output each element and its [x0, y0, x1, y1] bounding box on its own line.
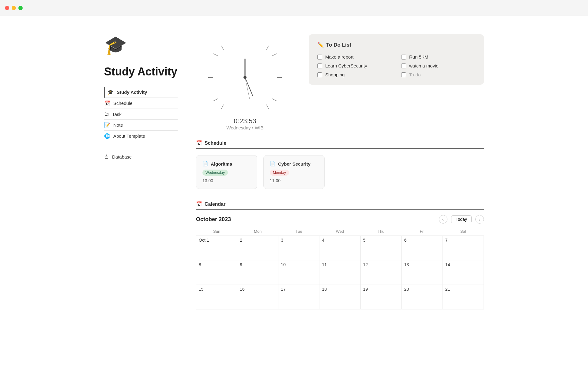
page-title: Study Activity [104, 65, 178, 78]
todo-section: ✏️ To Do List Make a report Run 5KM Lear… [309, 34, 484, 85]
nav-label-task: Task [112, 112, 122, 117]
checkbox-1[interactable] [401, 55, 406, 59]
todo-label-4: Shopping [325, 72, 345, 77]
todo-label-2: Learn CyberSecurity [325, 63, 367, 68]
weekday-sun: Sun [196, 227, 237, 236]
sidebar: 🎓 Study Activity 🎓 Study Activity 📅 Sche… [104, 34, 178, 309]
todo-item-0[interactable]: Make a report [317, 54, 391, 59]
schedule-icon: 📅 [104, 100, 110, 106]
calendar-cell-1-5[interactable]: 13 [401, 260, 443, 285]
nav-list: 🎓 Study Activity 📅 Schedule 🗂 Task 📝 Not… [104, 87, 178, 141]
main-content: 0:23:53 Wednesday • WIB ✏️ To Do List Ma… [196, 34, 484, 309]
calendar-month: October 2023 [196, 216, 231, 223]
sidebar-item-database[interactable]: 🗄 Database [104, 151, 178, 162]
todo-item-5[interactable]: To-do [401, 72, 475, 77]
calendar-cell-0-6[interactable]: 7 [443, 236, 484, 260]
sidebar-item-task[interactable]: 🗂 Task [104, 109, 178, 120]
svg-line-14 [245, 77, 250, 99]
calendar-cell-0-3[interactable]: 4 [319, 236, 360, 260]
calendar-cell-1-3[interactable]: 11 [319, 260, 360, 285]
svg-line-8 [266, 46, 269, 50]
sidebar-item-about-template[interactable]: 🌐 About Template [104, 131, 178, 141]
checkbox-0[interactable] [317, 55, 322, 59]
schedule-card-0[interactable]: 📄 Algoritma Wednesday 13:00 [196, 155, 257, 189]
svg-line-13 [245, 77, 253, 96]
clock-svg [202, 34, 288, 120]
clock-container: 0:23:53 Wednesday • WIB [196, 34, 294, 130]
svg-line-9 [272, 54, 277, 56]
next-month-button[interactable]: › [475, 215, 484, 224]
svg-line-7 [221, 105, 224, 109]
schedule-header-icon: 📅 [196, 140, 202, 146]
card-icon-0: 📄 [202, 161, 208, 167]
maximize-button[interactable] [18, 6, 23, 10]
checkbox-3[interactable] [401, 63, 406, 68]
calendar-header-label: Calendar [205, 201, 225, 207]
todo-item-2[interactable]: Learn CyberSecurity [317, 63, 391, 68]
calendar-row-1: 891011121314 [196, 260, 484, 285]
weekday-fri: Fri [401, 227, 443, 236]
schedule-card-1[interactable]: 📄 Cyber Security Monday 11:00 [263, 155, 325, 189]
calendar-cell-2-4[interactable]: 19 [360, 285, 401, 309]
nav-label-note: Note [113, 122, 123, 128]
sidebar-item-schedule[interactable]: 📅 Schedule [104, 98, 178, 109]
checkbox-4[interactable] [317, 72, 322, 77]
todo-header: ✏️ To Do List [317, 42, 475, 48]
checkbox-2[interactable] [317, 63, 322, 68]
todo-item-4[interactable]: Shopping [317, 72, 391, 77]
calendar-cell-1-0[interactable]: 8 [196, 260, 237, 285]
todo-label-3: watch a movie [409, 63, 439, 68]
calendar-cell-1-6[interactable]: 14 [443, 260, 484, 285]
today-button[interactable]: Today [451, 215, 472, 223]
todo-header-label: To Do List [326, 42, 351, 48]
schedule-header: 📅 Schedule [196, 140, 484, 149]
about-icon: 🌐 [104, 133, 110, 139]
calendar-cell-2-2[interactable]: 17 [278, 285, 319, 309]
calendar-cell-2-5[interactable]: 20 [401, 285, 443, 309]
nav-label-database: Database [112, 154, 132, 159]
sidebar-item-study-activity[interactable]: 🎓 Study Activity [104, 87, 178, 98]
close-button[interactable] [5, 6, 9, 10]
clock-day: Wednesday • WIB [227, 125, 264, 130]
todo-label-1: Run 5KM [409, 54, 428, 59]
checkbox-5[interactable] [401, 72, 406, 77]
calendar-weekday-row: Sun Mon Tue Wed Thu Fri Sat [196, 227, 484, 236]
svg-line-4 [221, 46, 224, 50]
schedule-header-label: Schedule [205, 140, 226, 146]
calendar-cell-0-1[interactable]: 2 [237, 236, 278, 260]
card-time-0: 13:00 [202, 178, 251, 183]
minimize-button[interactable] [12, 6, 16, 10]
svg-line-6 [213, 99, 218, 101]
svg-point-15 [243, 76, 247, 79]
calendar-cell-1-1[interactable]: 9 [237, 260, 278, 285]
calendar-cell-2-6[interactable]: 21 [443, 285, 484, 309]
weekday-tue: Tue [278, 227, 319, 236]
todo-item-1[interactable]: Run 5KM [401, 54, 475, 59]
svg-line-11 [266, 105, 269, 109]
calendar-cell-0-5[interactable]: 6 [401, 236, 443, 260]
calendar-cell-1-4[interactable]: 12 [360, 260, 401, 285]
todo-header-icon: ✏️ [317, 42, 324, 48]
calendar-cell-2-3[interactable]: 18 [319, 285, 360, 309]
calendar-cell-0-2[interactable]: 3 [278, 236, 319, 260]
calendar-row-0: Oct 1234567 [196, 236, 484, 260]
todo-item-3[interactable]: watch a movie [401, 63, 475, 68]
calendar-cell-2-1[interactable]: 16 [237, 285, 278, 309]
clock-time: 0:23:53 [234, 117, 256, 125]
weekday-sat: Sat [443, 227, 484, 236]
calendar-cell-2-0[interactable]: 15 [196, 285, 237, 309]
calendar-cell-1-2[interactable]: 10 [278, 260, 319, 285]
nav-label-schedule: Schedule [113, 101, 133, 106]
schedule-cards: 📄 Algoritma Wednesday 13:00 📄 Cyber Secu… [196, 155, 484, 189]
card-title-1: 📄 Cyber Security [270, 161, 318, 167]
card-tag-0: Wednesday [202, 170, 228, 176]
todo-grid: Make a report Run 5KM Learn CyberSecurit… [317, 54, 475, 77]
card-tag-1: Monday [270, 170, 289, 176]
sidebar-item-note[interactable]: 📝 Note [104, 120, 178, 131]
calendar-table: Sun Mon Tue Wed Thu Fri Sat Oct 12345678… [196, 227, 484, 309]
todo-label-5: To-do [409, 72, 421, 77]
nav-label-about-template: About Template [113, 133, 145, 139]
prev-month-button[interactable]: ‹ [439, 215, 447, 224]
calendar-cell-0-4[interactable]: 5 [360, 236, 401, 260]
calendar-cell-0-0[interactable]: Oct 1 [196, 236, 237, 260]
